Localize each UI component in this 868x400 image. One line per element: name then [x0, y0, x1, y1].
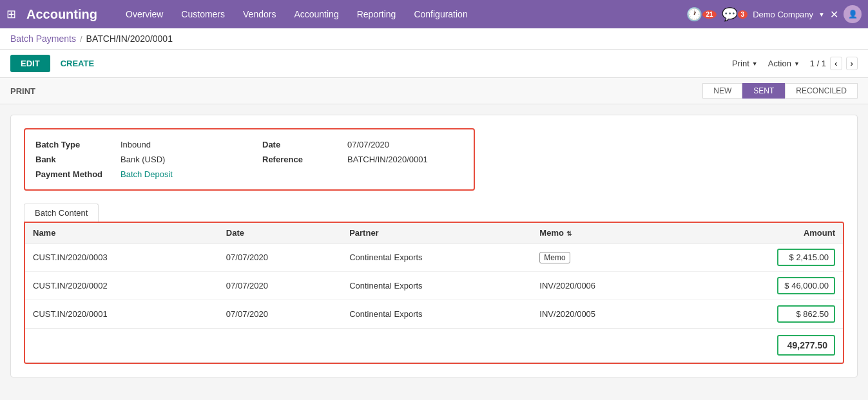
- payment-method-row: Payment Method Batch Deposit: [35, 169, 236, 179]
- info-section: Batch Type Inbound Bank Bank (USD) Payme…: [24, 128, 475, 191]
- cell-date: 07/07/2020: [218, 300, 342, 329]
- notifications-badge: 21: [702, 10, 716, 19]
- company-selector[interactable]: Demo Company: [753, 10, 813, 19]
- cell-amount: $ 46,000.00: [685, 272, 843, 300]
- info-left: Batch Type Inbound Bank Bank (USD) Payme…: [35, 140, 236, 179]
- amount-value: $ 2,415.00: [777, 249, 835, 266]
- notifications-wrap[interactable]: 🕐 21: [686, 6, 716, 22]
- messages-wrap[interactable]: 💬 3: [722, 6, 748, 22]
- status-tab-new[interactable]: NEW: [702, 83, 742, 99]
- main-content: Batch Type Inbound Bank Bank (USD) Payme…: [0, 104, 868, 388]
- col-amount: Amount: [685, 223, 843, 243]
- reference-value: BATCH/IN/2020/0001: [347, 155, 428, 164]
- breadcrumb-parent[interactable]: Batch Payments: [10, 33, 76, 44]
- table-row: CUST.IN/2020/000207/07/2020Continental E…: [25, 272, 843, 300]
- nav-customers[interactable]: Customers: [173, 5, 233, 23]
- reference-row: Reference BATCH/IN/2020/0001: [262, 155, 463, 164]
- col-partner: Partner: [342, 223, 532, 243]
- action-bar: EDIT CREATE Print Action 1 / 1 ‹ ›: [0, 50, 868, 78]
- nav-vendors[interactable]: Vendors: [235, 5, 284, 23]
- company-dropdown-icon: ▼: [818, 11, 825, 18]
- batch-table: Name Date Partner Memo ⇅ Amount CUST.IN/…: [25, 223, 843, 363]
- table-row: CUST.IN/2020/000107/07/2020Continental E…: [25, 300, 843, 329]
- table-row: CUST.IN/2020/000307/07/2020Continental E…: [25, 243, 843, 272]
- memo-sort-icon[interactable]: ⇅: [566, 230, 572, 237]
- batch-type-value: Inbound: [121, 140, 151, 149]
- nav-accounting[interactable]: Accounting: [286, 5, 346, 23]
- main-nav: Overview Customers Vendors Accounting Re…: [118, 5, 679, 23]
- status-bar: PRINT NEW SENT RECONCILED: [0, 78, 868, 104]
- col-date: Date: [218, 223, 342, 243]
- batch-type-label: Batch Type: [35, 140, 113, 149]
- cell-memo: INV/2020/0006: [532, 272, 685, 300]
- nav-reporting[interactable]: Reporting: [349, 5, 404, 23]
- cell-date: 07/07/2020: [218, 243, 342, 272]
- total-amount-value: 49,277.50: [777, 335, 835, 356]
- user-avatar[interactable]: 👤: [844, 5, 862, 23]
- cell-amount: $ 862.50: [685, 300, 843, 329]
- batch-type-row: Batch Type Inbound: [35, 140, 236, 149]
- next-page-button[interactable]: ›: [846, 57, 858, 70]
- batch-table-section: Name Date Partner Memo ⇅ Amount CUST.IN/…: [24, 222, 844, 364]
- cell-memo: INV/2020/0005: [532, 300, 685, 329]
- form-card: Batch Type Inbound Bank Bank (USD) Payme…: [10, 115, 858, 377]
- cell-name: CUST.IN/2020/0002: [25, 272, 218, 300]
- topbar-right: 🕐 21 💬 3 Demo Company ▼ ✕ 👤: [686, 5, 862, 23]
- create-button[interactable]: CREATE: [58, 55, 97, 72]
- total-empty: [25, 329, 685, 363]
- pagination-label: 1 / 1: [810, 59, 826, 68]
- cell-partner: Continental Exports: [342, 272, 532, 300]
- date-row: Date 07/07/2020: [262, 140, 463, 149]
- breadcrumb-separator: /: [80, 34, 82, 44]
- app-grid-icon[interactable]: ⊞: [6, 7, 16, 21]
- breadcrumb: Batch Payments / BATCH/IN/2020/0001: [0, 28, 868, 50]
- memo-badge: Memo: [539, 252, 570, 263]
- clock-icon: 🕐: [686, 6, 702, 22]
- col-memo: Memo ⇅: [532, 223, 685, 243]
- breadcrumb-current: BATCH/IN/2020/0001: [86, 33, 173, 44]
- cell-amount: $ 2,415.00: [685, 243, 843, 272]
- status-tab-reconciled[interactable]: RECONCILED: [785, 83, 858, 99]
- print-dropdown[interactable]: Print: [732, 59, 758, 68]
- table-header-row: Name Date Partner Memo ⇅ Amount: [25, 223, 843, 243]
- total-amount-cell: 49,277.50: [685, 329, 843, 363]
- amount-value: $ 862.50: [777, 305, 835, 323]
- print-status-label[interactable]: PRINT: [10, 86, 35, 96]
- col-name: Name: [25, 223, 218, 243]
- cell-name: CUST.IN/2020/0003: [25, 243, 218, 272]
- prev-page-button[interactable]: ‹: [830, 57, 842, 70]
- reference-label: Reference: [262, 155, 340, 164]
- batch-content-tab[interactable]: Batch Content: [24, 204, 99, 222]
- bank-label: Bank: [35, 155, 113, 164]
- app-title: Accounting: [26, 7, 97, 22]
- bank-value: Bank (USD): [121, 155, 165, 164]
- date-value: 07/07/2020: [347, 140, 389, 149]
- nav-configuration[interactable]: Configuration: [406, 5, 475, 23]
- edit-button[interactable]: EDIT: [10, 55, 50, 72]
- cell-name: CUST.IN/2020/0001: [25, 300, 218, 329]
- cell-partner: Continental Exports: [342, 300, 532, 329]
- action-bar-right: Print Action 1 / 1 ‹ ›: [732, 57, 858, 70]
- status-tab-sent[interactable]: SENT: [742, 83, 785, 99]
- pagination: 1 / 1 ‹ ›: [810, 57, 858, 70]
- close-icon[interactable]: ✕: [830, 8, 838, 21]
- total-row: 49,277.50: [25, 329, 843, 363]
- nav-overview[interactable]: Overview: [118, 5, 171, 23]
- messages-badge: 3: [738, 10, 748, 19]
- cell-memo: Memo: [532, 243, 685, 272]
- status-tabs: NEW SENT RECONCILED: [702, 83, 858, 99]
- amount-value: $ 46,000.00: [777, 277, 835, 294]
- action-dropdown[interactable]: Action: [768, 59, 800, 68]
- bank-row: Bank Bank (USD): [35, 155, 236, 164]
- topbar: ⊞ Accounting Overview Customers Vendors …: [0, 0, 868, 28]
- payment-method-label: Payment Method: [35, 169, 113, 179]
- cell-date: 07/07/2020: [218, 272, 342, 300]
- info-right: Date 07/07/2020 Reference BATCH/IN/2020/…: [262, 140, 463, 179]
- chat-icon: 💬: [722, 6, 738, 22]
- payment-method-value[interactable]: Batch Deposit: [121, 169, 173, 179]
- cell-partner: Continental Exports: [342, 243, 532, 272]
- date-label: Date: [262, 140, 340, 149]
